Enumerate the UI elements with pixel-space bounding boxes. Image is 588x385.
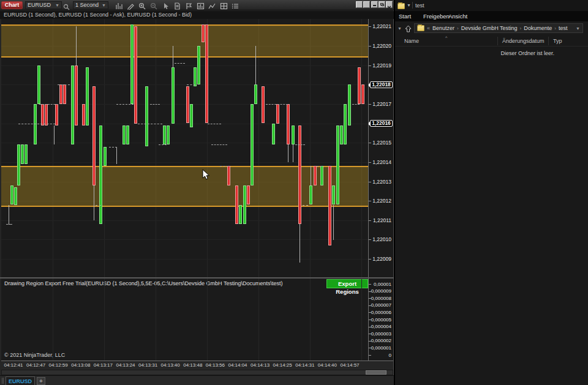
up-candle[interactable] bbox=[348, 84, 351, 125]
down-candle[interactable] bbox=[134, 26, 137, 123]
scrollbar-thumb[interactable] bbox=[366, 370, 386, 375]
quick-access-chevron-icon[interactable]: ▼ bbox=[407, 3, 411, 7]
pencil-icon[interactable] bbox=[126, 1, 135, 9]
grid-icon[interactable] bbox=[219, 1, 228, 9]
column-separator[interactable] bbox=[497, 37, 498, 45]
up-candle[interactable] bbox=[145, 86, 148, 146]
up-candle[interactable] bbox=[130, 24, 134, 104]
instrument-dropdown[interactable]: EURUSD ▼ bbox=[25, 1, 62, 9]
close-icon[interactable] bbox=[386, 1, 393, 8]
chart-settings-icon[interactable] bbox=[195, 1, 205, 9]
down-candle[interactable] bbox=[276, 104, 279, 124]
down-candle[interactable] bbox=[287, 104, 290, 145]
ribbon-tab-start[interactable]: Start bbox=[399, 13, 411, 20]
toolbar-spare-button[interactable] bbox=[363, 1, 370, 8]
price-axis[interactable]: 1,220211,220201,220191,220181,220171,220… bbox=[368, 19, 393, 277]
drawing-region[interactable] bbox=[1, 24, 368, 58]
down-candle[interactable] bbox=[262, 86, 265, 123]
down-candle[interactable] bbox=[63, 84, 66, 104]
down-candle[interactable] bbox=[75, 65, 78, 125]
up-candle[interactable] bbox=[194, 67, 197, 87]
explorer-titlebar[interactable]: ▼ test bbox=[395, 0, 588, 11]
down-candle[interactable] bbox=[205, 24, 208, 123]
down-candle[interactable] bbox=[358, 67, 361, 104]
zigzag-icon[interactable] bbox=[207, 1, 217, 9]
up-candle[interactable] bbox=[251, 104, 254, 185]
tab-grip[interactable] bbox=[2, 378, 4, 384]
up-candle[interactable] bbox=[34, 104, 37, 145]
scroll-right-icon[interactable] bbox=[388, 371, 393, 374]
up-candle[interactable] bbox=[254, 84, 257, 104]
down-candle[interactable] bbox=[55, 104, 58, 125]
up-candle[interactable] bbox=[14, 187, 17, 205]
up-candle[interactable] bbox=[104, 147, 107, 166]
down-candle[interactable] bbox=[227, 166, 230, 185]
up-arrow-icon[interactable] bbox=[405, 24, 412, 35]
cursor-icon[interactable] bbox=[160, 1, 170, 9]
column-date-modified[interactable]: Änderungsdatum bbox=[502, 38, 545, 44]
up-candle[interactable] bbox=[71, 65, 74, 145]
up-candle[interactable] bbox=[10, 185, 13, 205]
up-candle[interactable] bbox=[37, 65, 40, 104]
breadcrumb[interactable]: « Benutzer›Devside GmbH Testing›Dokument… bbox=[414, 23, 583, 33]
horizontal-scrollbar[interactable] bbox=[1, 370, 393, 375]
down-candle[interactable] bbox=[235, 185, 238, 224]
ribbon-tab-freigeben[interactable]: Freigeben bbox=[423, 13, 450, 20]
sort-caret-icon[interactable]: ^ bbox=[445, 36, 447, 40]
up-candle[interactable] bbox=[272, 124, 275, 145]
down-candle[interactable] bbox=[298, 125, 301, 224]
up-candle[interactable] bbox=[163, 125, 166, 145]
list-icon[interactable] bbox=[230, 1, 240, 9]
document-icon[interactable] bbox=[172, 1, 182, 9]
zoom-in-icon[interactable] bbox=[137, 1, 147, 9]
down-candle[interactable] bbox=[82, 104, 85, 125]
up-candle[interactable] bbox=[86, 67, 89, 125]
add-tab-button[interactable]: + bbox=[37, 377, 45, 385]
chart-menu-button[interactable]: Chart bbox=[1, 1, 23, 9]
toolbar-spare-button[interactable] bbox=[356, 1, 363, 8]
up-candle[interactable] bbox=[309, 185, 312, 205]
down-candle[interactable] bbox=[202, 24, 205, 42]
breadcrumb-item[interactable]: Devside GmbH Testing bbox=[461, 25, 518, 31]
down-candle[interactable] bbox=[92, 86, 96, 185]
down-candle[interactable] bbox=[361, 84, 364, 104]
down-candle[interactable] bbox=[41, 104, 44, 125]
breadcrumb-item[interactable]: Dokumente bbox=[524, 25, 552, 31]
history-chevron-icon[interactable]: ▼ bbox=[398, 26, 402, 31]
breadcrumb-overflow-icon[interactable]: « bbox=[427, 25, 430, 31]
zoom-out-icon[interactable] bbox=[149, 1, 159, 9]
address-dropdown-icon[interactable]: ▼ bbox=[576, 26, 580, 31]
down-candle[interactable] bbox=[328, 166, 331, 245]
column-type[interactable]: Typ bbox=[553, 38, 562, 44]
flag-icon[interactable] bbox=[184, 1, 194, 9]
column-name[interactable]: Name bbox=[404, 38, 419, 44]
up-candle[interactable] bbox=[21, 144, 24, 164]
up-candle[interactable] bbox=[292, 125, 295, 145]
scroll-left-icon[interactable] bbox=[2, 371, 7, 374]
down-candle[interactable] bbox=[45, 104, 48, 125]
ribbon-tab-ansicht[interactable]: Ansicht bbox=[448, 13, 467, 20]
up-candle[interactable] bbox=[167, 125, 170, 145]
tab-eurusd[interactable]: EURUSD bbox=[6, 376, 35, 385]
column-separator[interactable] bbox=[548, 37, 549, 45]
down-candle[interactable] bbox=[59, 84, 62, 104]
up-candle[interactable] bbox=[99, 125, 102, 224]
up-candle[interactable] bbox=[243, 185, 246, 224]
up-candle[interactable] bbox=[344, 104, 347, 145]
up-candle[interactable] bbox=[190, 104, 193, 127]
breadcrumb-item[interactable]: Benutzer bbox=[432, 25, 454, 31]
down-candle[interactable] bbox=[314, 166, 317, 185]
restore-icon[interactable] bbox=[379, 1, 385, 8]
up-candle[interactable] bbox=[320, 166, 323, 185]
candlestick-plot[interactable] bbox=[1, 19, 368, 277]
up-candle[interactable] bbox=[332, 185, 335, 205]
down-candle[interactable] bbox=[186, 86, 189, 123]
up-candle[interactable] bbox=[123, 125, 126, 145]
up-candle[interactable] bbox=[197, 46, 200, 84]
up-candle[interactable] bbox=[340, 125, 343, 145]
down-candle[interactable] bbox=[247, 185, 250, 205]
up-candle[interactable] bbox=[336, 125, 339, 205]
minimize-icon[interactable] bbox=[371, 1, 378, 8]
up-candle[interactable] bbox=[239, 205, 242, 225]
up-candle[interactable] bbox=[126, 125, 129, 145]
